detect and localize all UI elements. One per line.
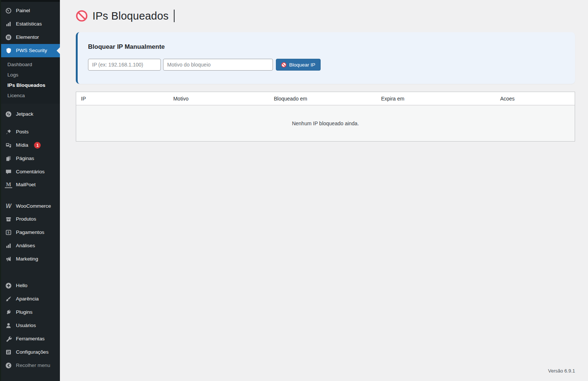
sidebar-item-label: Estatísticas [16,21,42,27]
sidebar-item-plugins[interactable]: Plugins [1,306,60,319]
wrench-icon [5,335,12,343]
sidebar-item-label: Aparência [16,296,39,302]
sidebar-item-midia[interactable]: Mídia 1 [1,139,60,152]
sidebar-item-label: Posts [16,129,28,135]
sidebar-item-label: Usuários [16,322,36,329]
main-content: IPs Bloqueados Bloquear IP Manualmente B… [60,0,588,381]
archive-box-icon [5,215,12,223]
block-ip-button-label: Bloquear IP [289,62,315,68]
text-caret [174,10,175,22]
column-header-acoes: Acoes [440,96,575,102]
sidebar-item-label: Jetpack [16,111,33,118]
submenu-item-dashboard[interactable]: Dashboard [1,59,60,70]
user-icon [5,322,12,329]
manual-block-card: Bloquear IP Manualmente Bloquear IP [76,32,575,84]
sidebar-item-produtos[interactable]: Produtos [1,212,60,226]
comment-bubble-icon [5,168,12,176]
pages-icon [5,155,12,162]
version-text: Versão 6.9.1 [548,368,575,374]
sidebar-item-label: PWS Security [16,47,47,54]
sidebar-item-label: Painel [16,7,30,14]
svg-text:$: $ [8,231,10,234]
sidebar-item-label: Marketing [16,256,38,262]
sidebar-item-label: Análises [16,242,35,249]
submenu-item-logs[interactable]: Logs [1,70,60,80]
blocked-ips-table-header: IP Motivo Bloqueado em Expira em Acoes [76,92,575,105]
sidebar-item-label: Elementor [16,34,39,41]
analytics-bars-icon [5,242,12,249]
sidebar-item-paginas[interactable]: Páginas [1,152,60,165]
prohibited-small-icon [281,62,287,68]
elementor-icon [5,34,12,41]
sidebar-item-label: Produtos [16,216,36,222]
column-header-expira-em: Expira em [345,96,440,102]
sidebar-item-configuracoes[interactable]: Configurações [1,346,60,359]
sidebar-item-elementor[interactable]: Elementor [1,31,60,44]
empty-state-message: Nenhum IP bloqueado ainda. [76,105,575,141]
sidebar-item-pws-security[interactable]: PWS Security [1,44,60,57]
settings-sliders-icon [5,348,12,356]
column-header-bloqueado-em: Bloqueado em [236,96,345,102]
column-header-ip: IP [76,96,126,102]
sidebar-item-aparencia[interactable]: Aparência [1,292,60,306]
jetpack-icon [5,110,12,118]
block-ip-button[interactable]: Bloquear IP [276,59,321,71]
sidebar-item-label: Hello [16,282,27,289]
prohibited-icon [76,10,88,22]
collapse-menu-icon [5,362,12,369]
sidebar-item-label: Comentários [16,169,45,175]
paintbrush-icon [5,295,12,303]
sidebar-item-mailpoet[interactable]: M MailPoet [1,178,60,191]
plus-circle-icon [5,282,12,289]
woocommerce-icon: W [5,204,12,209]
sidebar-item-analises[interactable]: Análises [1,239,60,252]
sidebar-item-label: Mídia [16,142,28,149]
submenu-item-ips-bloqueados[interactable]: IPs Bloqueados [1,80,60,91]
sidebar-item-label: WooCommerce [16,203,51,210]
sidebar-item-recolher-menu[interactable]: Recolher menu [1,359,60,372]
payments-icon: $ [5,229,12,236]
sidebar-item-woocommerce[interactable]: W WooCommerce [1,200,60,212]
sidebar-item-comentarios[interactable]: Comentários [1,165,60,178]
media-icon [5,142,12,149]
pushpin-icon [5,128,12,136]
submenu-item-licenca[interactable]: Licenca [1,91,60,101]
sidebar-item-label: MailPoet [16,181,36,188]
blocked-ips-table: IP Motivo Bloqueado em Expira em Acoes N… [76,92,575,142]
ip-input[interactable] [88,59,161,71]
shield-icon [5,47,12,54]
page-title-row: IPs Bloqueados [76,10,575,22]
block-reason-input[interactable] [163,59,273,71]
sidebar-item-label: Configurações [16,349,48,356]
sidebar-item-label: Ferramentas [16,336,45,342]
sidebar-item-jetpack[interactable]: Jetpack [1,108,60,121]
sidebar-item-pagamentos[interactable]: $ Pagamentos [1,226,60,239]
page-title: IPs Bloqueados [92,10,169,22]
sidebar-item-painel[interactable]: Painel [1,4,60,17]
sidebar-item-label: Recolher menu [16,362,50,369]
sidebar-item-posts[interactable]: Posts [1,125,60,139]
plug-icon [5,309,12,316]
sidebar-item-label: Páginas [16,155,34,162]
sidebar-item-estatisticas[interactable]: Estatísticas [1,17,60,31]
pws-security-submenu: Dashboard Logs IPs Bloqueados Licenca [1,57,60,104]
manual-block-heading: Bloquear IP Manualmente [88,43,565,51]
sidebar-item-label: Plugins [16,309,33,316]
dashboard-gauge-icon [5,7,12,14]
bar-chart-icon [5,20,12,28]
mailpoet-icon: M [5,182,12,188]
sidebar-item-ferramentas[interactable]: Ferramentas [1,332,60,346]
column-header-motivo: Motivo [126,96,236,102]
sidebar-item-label: Pagamentos [16,229,44,236]
sidebar-item-hello[interactable]: Hello [1,279,60,292]
media-count-badge: 1 [34,142,41,149]
sidebar-item-marketing[interactable]: Marketing [1,252,60,266]
sidebar-item-usuarios[interactable]: Usuários [1,319,60,332]
manual-block-form: Bloquear IP [88,59,565,71]
megaphone-icon [5,255,12,263]
admin-sidebar: Painel Estatísticas Elementor PWS Securi… [0,0,60,381]
